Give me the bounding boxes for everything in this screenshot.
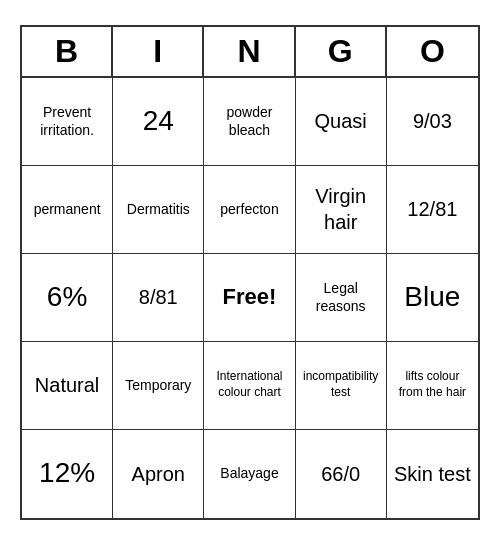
bingo-card: BINGO Prevent irritation.24powder bleach…	[20, 25, 480, 520]
bingo-cell: 12/81	[387, 166, 478, 254]
bingo-cell: Apron	[113, 430, 204, 518]
bingo-cell: Balayage	[204, 430, 295, 518]
bingo-cell: Skin test	[387, 430, 478, 518]
bingo-cell: Legal reasons	[296, 254, 387, 342]
header-letter: G	[296, 27, 387, 76]
bingo-cell: Blue	[387, 254, 478, 342]
header-letter: B	[22, 27, 113, 76]
bingo-cell: 66/0	[296, 430, 387, 518]
header-letter: I	[113, 27, 204, 76]
bingo-cell: Free!	[204, 254, 295, 342]
bingo-cell: Natural	[22, 342, 113, 430]
bingo-cell: International colour chart	[204, 342, 295, 430]
header-letter: N	[204, 27, 295, 76]
bingo-cell: 8/81	[113, 254, 204, 342]
bingo-header: BINGO	[22, 27, 478, 78]
bingo-cell: 9/03	[387, 78, 478, 166]
bingo-cell: powder bleach	[204, 78, 295, 166]
bingo-cell: Dermatitis	[113, 166, 204, 254]
bingo-cell: incompatibility test	[296, 342, 387, 430]
header-letter: O	[387, 27, 478, 76]
bingo-cell: Prevent irritation.	[22, 78, 113, 166]
bingo-cell: 6%	[22, 254, 113, 342]
bingo-grid: Prevent irritation.24powder bleachQuasi9…	[22, 78, 478, 518]
bingo-cell: Quasi	[296, 78, 387, 166]
bingo-cell: Temporary	[113, 342, 204, 430]
bingo-cell: 24	[113, 78, 204, 166]
bingo-cell: permanent	[22, 166, 113, 254]
bingo-cell: lifts colour from the hair	[387, 342, 478, 430]
bingo-cell: Virgin hair	[296, 166, 387, 254]
bingo-cell: 12%	[22, 430, 113, 518]
bingo-cell: perfecton	[204, 166, 295, 254]
